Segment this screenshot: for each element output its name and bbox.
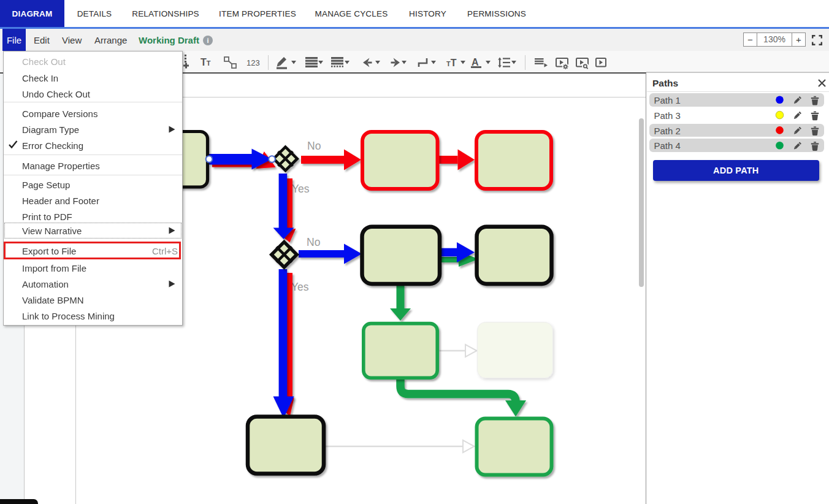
svg-text:Yes: Yes [292,183,310,195]
svg-text:No: No [307,140,321,152]
svg-text:Yes: Yes [291,281,309,293]
svg-text:No: No [307,236,320,248]
